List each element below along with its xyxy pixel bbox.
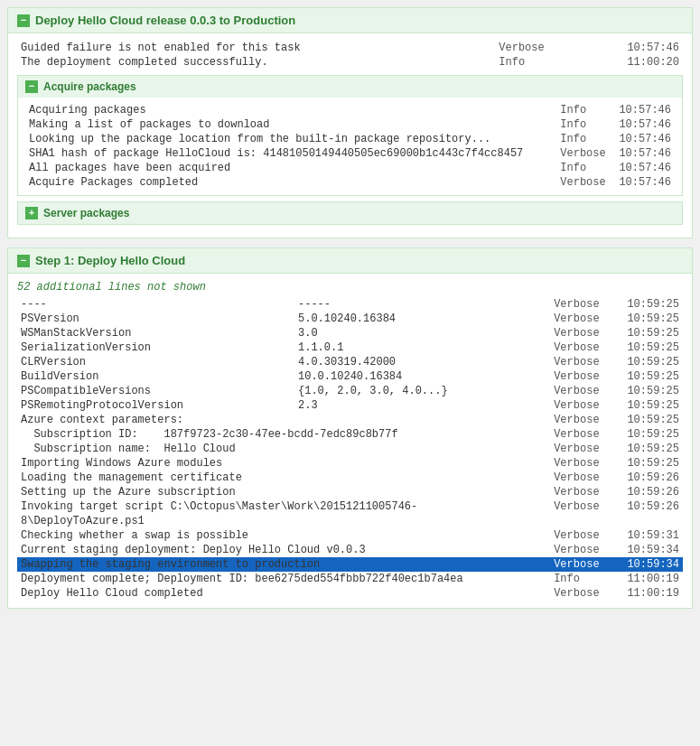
log-msg2: 2.3: [294, 398, 546, 413]
log-msg: Acquiring packages: [25, 103, 553, 117]
log-row: Setting up the Azure subscriptionVerbose…: [17, 485, 683, 499]
log-time: 10:59:25: [613, 442, 683, 456]
log-level: Verbose: [546, 586, 613, 601]
log-msg: Loading the management certificate: [17, 471, 546, 485]
log-row: BuildVersion10.0.10240.16384Verbose10:59…: [17, 369, 683, 384]
log-time: 10:57:46: [612, 175, 675, 190]
main-panel-title: Deploy Hello Cloud release 0.0.3 to Prod…: [35, 14, 295, 27]
log-msg: Invoking target script C:\Octopus\Master…: [17, 499, 546, 514]
log-row: Deploy Hello Cloud completedVerbose11:00…: [17, 586, 683, 601]
log-msg: CLRVersion: [17, 355, 294, 369]
log-time: 10:59:25: [613, 369, 683, 384]
log-row: Invoking target script C:\Octopus\Master…: [17, 499, 683, 514]
log-row: Checking whether a swap is possibleVerbo…: [17, 528, 683, 543]
log-level: Verbose: [546, 326, 613, 340]
log-time: 10:57:46: [612, 161, 675, 175]
log-time: 10:59:34: [613, 557, 683, 572]
log-level: Verbose: [546, 442, 613, 456]
log-msg2: -----: [294, 297, 546, 312]
log-level: Info: [553, 103, 612, 117]
log-msg2: 10.0.10240.16384: [294, 369, 546, 384]
log-time: 10:57:46: [612, 132, 675, 146]
log-level: Verbose: [546, 471, 613, 485]
log-msg2: 5.0.10240.16384: [294, 312, 546, 326]
main-panel-header[interactable]: − Deploy Hello Cloud release 0.0.3 to Pr…: [8, 8, 692, 33]
log-msg: All packages have been acquired: [25, 161, 553, 175]
log-time: 10:59:25: [613, 355, 683, 369]
log-msg: Azure context parameters:: [17, 413, 546, 427]
log-msg: ----: [17, 297, 294, 312]
main-panel-toggle[interactable]: −: [17, 14, 30, 27]
log-time: 11:00:20: [585, 55, 684, 70]
log-time: 10:57:46: [612, 146, 675, 161]
log-time: 10:59:25: [613, 326, 683, 340]
log-row: SerializationVersion1.1.0.1Verbose10:59:…: [17, 340, 683, 355]
log-level: Verbose: [546, 528, 613, 543]
step1-note: 52 additional lines not shown: [17, 281, 683, 294]
log-row: 8\DeployToAzure.ps1: [17, 514, 683, 528]
log-level: Info: [553, 161, 612, 175]
acquire-panel: − Acquire packages Acquiring packagesInf…: [17, 75, 683, 196]
log-time: 10:57:46: [612, 103, 675, 117]
log-row: PSRemotingProtocolVersion2.3Verbose10:59…: [17, 398, 683, 413]
log-time: 10:59:34: [613, 543, 683, 557]
log-row: Guided failure is not enabled for this t…: [17, 41, 683, 55]
log-row: Current staging deployment: Deploy Hello…: [17, 543, 683, 557]
log-row: Acquire Packages completedVerbose10:57:4…: [25, 175, 675, 190]
step1-panel: − Step 1: Deploy Hello Cloud 52 addition…: [7, 247, 693, 609]
server-packages-toggle[interactable]: +: [25, 207, 38, 219]
log-level: Verbose: [546, 427, 613, 442]
step1-log-table: ---------Verbose10:59:25PSVersion5.0.102…: [17, 297, 683, 601]
log-level: Verbose: [546, 499, 613, 514]
log-level: Verbose: [546, 297, 613, 312]
log-row: Azure context parameters:Verbose10:59:25: [17, 413, 683, 427]
log-level: Verbose: [546, 340, 613, 355]
server-packages-header[interactable]: + Server packages: [18, 202, 682, 224]
log-row: WSManStackVersion3.0Verbose10:59:25: [17, 326, 683, 340]
log-msg: Setting up the Azure subscription: [17, 485, 546, 499]
step1-panel-header[interactable]: − Step 1: Deploy Hello Cloud: [8, 248, 692, 274]
log-msg: 8\DeployToAzure.ps1: [17, 514, 546, 528]
log-level: Verbose: [553, 146, 612, 161]
log-msg2: 4.0.30319.42000: [294, 355, 546, 369]
log-level: Verbose: [546, 312, 613, 326]
log-time: 10:59:26: [613, 485, 683, 499]
log-level: Info: [546, 572, 613, 586]
acquire-panel-body: Acquiring packagesInfo10:57:46Making a l…: [18, 98, 682, 195]
log-level: Info: [553, 117, 612, 132]
log-msg: SHA1 hash of package HelloCloud is: 4148…: [25, 146, 553, 161]
log-row: The deployment completed successfully.In…: [17, 55, 683, 70]
log-msg: Acquire Packages completed: [25, 175, 553, 190]
log-row: Deployment complete; Deployment ID: bee6…: [17, 572, 683, 586]
log-msg: Deploy Hello Cloud completed: [17, 586, 546, 601]
log-level: Verbose: [553, 175, 612, 190]
log-msg: Looking up the package location from the…: [25, 132, 553, 146]
log-time: 10:59:26: [613, 471, 683, 485]
acquire-panel-toggle[interactable]: −: [25, 80, 38, 93]
log-msg: Swapping the staging environment to prod…: [17, 557, 546, 572]
log-msg: Importing Windows Azure modules: [17, 456, 546, 471]
log-level: Verbose: [546, 413, 613, 427]
log-row: Loading the management certificateVerbos…: [17, 471, 683, 485]
step1-panel-body: 52 additional lines not shown ---------V…: [8, 274, 692, 608]
log-time: 10:57:46: [585, 41, 684, 55]
main-panel-body: Guided failure is not enabled for this t…: [8, 33, 692, 238]
acquire-panel-header[interactable]: − Acquire packages: [18, 76, 682, 98]
log-msg: Making a list of packages to download: [25, 117, 553, 132]
step1-panel-title: Step 1: Deploy Hello Cloud: [35, 254, 185, 267]
log-msg: Current staging deployment: Deploy Hello…: [17, 543, 546, 557]
log-time: 10:59:25: [613, 384, 683, 398]
log-row: PSCompatibleVersions{1.0, 2.0, 3.0, 4.0.…: [17, 384, 683, 398]
step1-panel-toggle[interactable]: −: [17, 255, 30, 267]
log-time: 10:59:25: [613, 456, 683, 471]
log-msg: PSRemotingProtocolVersion: [17, 398, 294, 413]
log-level: Verbose: [546, 369, 613, 384]
log-time: 10:59:25: [613, 312, 683, 326]
log-msg: PSVersion: [17, 312, 294, 326]
log-msg: BuildVersion: [17, 369, 294, 384]
log-msg: WSManStackVersion: [17, 326, 294, 340]
log-row: Subscription name: Hello CloudVerbose10:…: [17, 442, 683, 456]
log-row: Swapping the staging environment to prod…: [17, 557, 683, 572]
server-packages-panel: + Server packages: [17, 201, 683, 225]
log-time: 10:59:25: [613, 340, 683, 355]
